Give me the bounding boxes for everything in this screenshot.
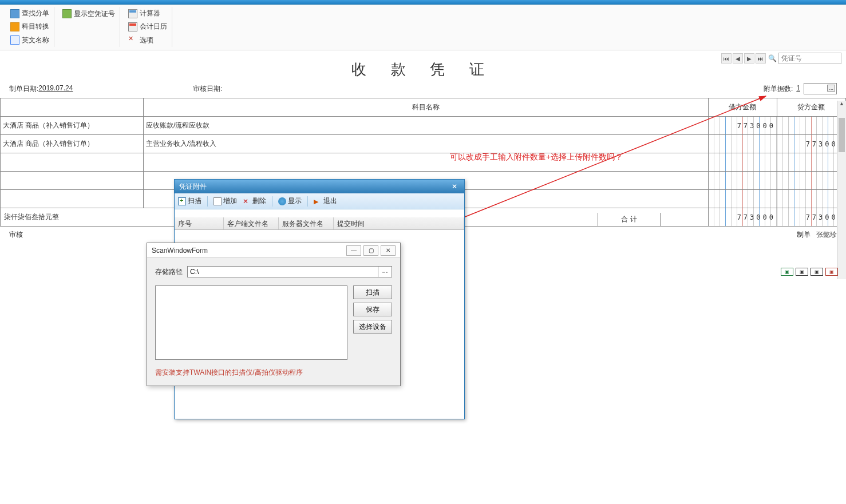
close-icon[interactable]: ✕ (449, 182, 460, 191)
calculator-icon (128, 9, 137, 18)
close-button[interactable]: ✕ (381, 245, 396, 256)
select-device-button[interactable]: 选择设备 (353, 320, 392, 334)
col-time: 提交时间 (334, 217, 464, 229)
ribbon: 查找分单 科目转换 英文名称 显示空凭证号 计算器 会计日历 选项 (0, 5, 846, 50)
scan-icon (178, 197, 186, 205)
status-icon-bar: ▣ ▣ ▣ ▣ (781, 268, 838, 276)
exit-icon (314, 197, 322, 205)
toolbar-show[interactable]: 显示 (278, 196, 302, 206)
show-icon (278, 197, 286, 205)
ribbon-options[interactable]: 选项 (128, 35, 167, 46)
pager: ⏮ ◀ ▶ ⏭ 🔍 (721, 53, 841, 64)
cell-credit[interactable] (777, 172, 846, 190)
cell-debit[interactable]: 773000 (709, 117, 777, 135)
attachment-grid-header: 序号 客户端文件名 服务器文件名 提交时间 (175, 217, 464, 230)
audit-label: 审核 (9, 230, 23, 240)
ribbon-calendar[interactable]: 会计日历 (128, 21, 167, 32)
attach-count-value: 1 (796, 84, 800, 96)
col-client: 客户端文件名 (224, 217, 279, 229)
ellipsis-icon[interactable]: ... (827, 85, 835, 92)
status-icon[interactable]: ▣ (781, 268, 793, 276)
toolbar-exit[interactable]: 退出 (314, 196, 337, 206)
col-server: 服务器文件名 (279, 217, 334, 229)
status-icon[interactable]: ▣ (811, 268, 823, 276)
status-icon[interactable]: ▣ (796, 268, 808, 276)
total-credit: 773000 (777, 208, 846, 227)
make-date-value: 2019.07.24 (38, 84, 73, 96)
th-subject: 科目名称 (144, 98, 709, 117)
browse-button[interactable]: ... (378, 267, 392, 277)
ribbon-calculator[interactable]: 计算器 (128, 8, 167, 19)
make-date-label: 制单日期: (9, 84, 38, 96)
delete-icon (243, 197, 251, 205)
cell-debit[interactable] (709, 153, 777, 172)
cell-summary[interactable] (1, 190, 144, 208)
search-icon: 🔍 (767, 53, 777, 64)
english-icon (10, 35, 19, 45)
options-icon (128, 35, 137, 45)
th-debit: 借方金额 (709, 98, 777, 117)
attachment-dialog-title: 凭证附件 (179, 182, 207, 192)
cell-subject[interactable] (144, 153, 709, 172)
minimize-button[interactable]: — (346, 245, 361, 256)
cell-summary[interactable]: 大酒店 商品（补入销售订单） (1, 135, 144, 153)
cell-credit[interactable]: 773000 (777, 135, 846, 153)
cell-subject[interactable]: 应收账款/流程应收款 (144, 117, 709, 135)
ribbon-label: 英文名称 (22, 35, 49, 45)
cell-credit[interactable] (777, 190, 846, 208)
attach-count-label: 附单据数: (764, 84, 793, 96)
pager-first[interactable]: ⏮ (721, 53, 732, 64)
total-label: 合 计 (598, 213, 661, 227)
ribbon-label: 会计日历 (140, 22, 167, 31)
voucher-number-input[interactable] (778, 53, 841, 64)
ribbon-find-split[interactable]: 查找分单 (10, 8, 49, 19)
cell-credit[interactable] (777, 153, 846, 172)
ribbon-subject-switch[interactable]: 科目转换 (10, 21, 49, 32)
ribbon-label: 计算器 (140, 9, 160, 18)
cell-summary[interactable] (1, 153, 144, 172)
add-icon (214, 197, 222, 205)
scan-window-title: ScanWindowForm (152, 247, 208, 255)
maker-value: 张懿珍 (816, 230, 837, 240)
cell-subject[interactable]: 主营业务收入/流程收入 (144, 135, 709, 153)
total-debit: 773000 (709, 208, 777, 227)
path-label: 存储路径 (155, 267, 183, 277)
attach-picker[interactable]: ... (804, 83, 837, 94)
scan-button[interactable]: 扫描 (353, 285, 392, 299)
vertical-scrollbar[interactable]: ▲ (837, 101, 846, 279)
th-summary (1, 98, 144, 117)
calendar-icon (128, 22, 137, 31)
pager-prev[interactable]: ◀ (733, 53, 743, 64)
pager-next[interactable]: ▶ (744, 53, 754, 64)
col-no: 序号 (175, 217, 224, 229)
voucher-title: 收 款 凭 证 (0, 56, 846, 82)
status-icon[interactable]: ▣ (825, 268, 838, 276)
ribbon-label: 查找分单 (22, 9, 49, 18)
cell-debit[interactable] (709, 172, 777, 190)
ribbon-label: 显示空凭证号 (74, 9, 115, 19)
ribbon-english-name[interactable]: 英文名称 (10, 35, 49, 46)
cell-debit[interactable] (709, 190, 777, 208)
cell-credit[interactable] (777, 117, 846, 135)
switch-icon (10, 22, 19, 31)
empty-voucher-icon (62, 9, 72, 18)
maximize-button[interactable]: ▢ (363, 245, 378, 256)
maker-label: 制单 (797, 230, 811, 240)
cell-debit[interactable] (709, 135, 777, 153)
ribbon-show-empty-voucher[interactable]: 显示空凭证号 (62, 8, 115, 19)
ribbon-label: 选项 (140, 35, 153, 45)
scan-preview (155, 285, 347, 360)
cell-summary[interactable]: 大酒店 商品（补入销售订单） (1, 117, 144, 135)
toolbar-delete[interactable]: 删除 (243, 196, 266, 206)
path-input[interactable] (188, 267, 378, 277)
path-field[interactable]: ... (187, 266, 392, 277)
grid-icon (10, 9, 19, 18)
save-button[interactable]: 保存 (353, 303, 392, 316)
cell-summary[interactable] (1, 172, 144, 190)
toolbar-scan[interactable]: 扫描 (178, 196, 201, 206)
pager-last[interactable]: ⏭ (756, 53, 766, 64)
ribbon-label: 科目转换 (22, 22, 49, 31)
scan-note: 需安装支持TWAIN接口的扫描仪/高拍仪驱动程序 (155, 368, 392, 378)
attachment-toolbar: 扫描 增加 删除 显示 退出 (175, 193, 464, 209)
toolbar-add[interactable]: 增加 (214, 196, 237, 206)
